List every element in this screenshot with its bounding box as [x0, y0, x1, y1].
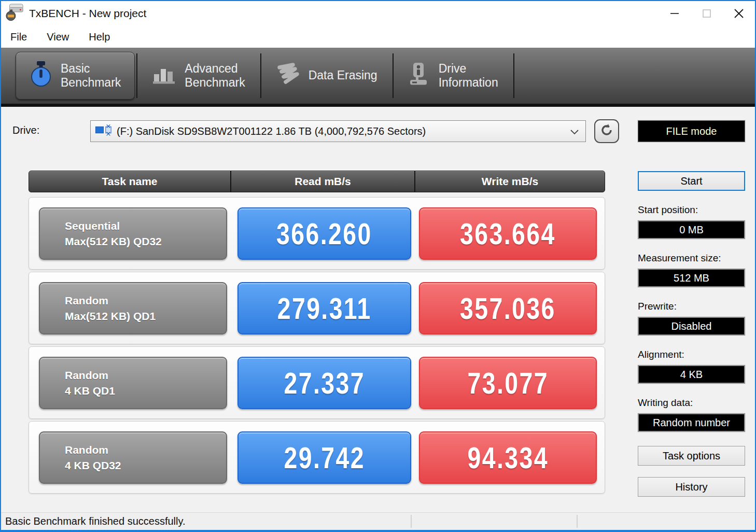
maximize-icon [701, 8, 712, 19]
start-button[interactable]: Start [638, 171, 745, 191]
tab-drive-information[interactable]: DriveInformation [395, 52, 512, 100]
write-value: 363.664 [419, 207, 597, 260]
measurement-size-label: Measurement size: [638, 253, 745, 264]
menu-bar: File View Help [1, 26, 755, 48]
write-value: 73.077 [419, 357, 597, 409]
status-separator [577, 515, 578, 528]
app-window: TxBENCH - New project File View Help [0, 0, 756, 532]
measurement-size-value[interactable]: 512 MB [638, 269, 745, 287]
chevron-down-icon [570, 125, 579, 137]
table-header: Task name Read mB/s Write mB/s [29, 171, 605, 192]
tab-label-line2: Information [439, 76, 498, 89]
window-accent-border [1, 530, 755, 532]
table-row: Random Max(512 KB) QD1 279.311 357.036 [29, 272, 605, 344]
alignment-value[interactable]: 4 KB [638, 365, 745, 384]
column-header-read: Read mB/s [230, 171, 414, 192]
table-row: Sequential Max(512 KB) QD32 366.260 363.… [29, 197, 605, 270]
writing-data-value[interactable]: Random number [638, 413, 745, 432]
minimize-button[interactable] [659, 1, 691, 26]
eraser-squiggle-icon [276, 62, 300, 89]
drive-selected-option: (F:) SanDisk SD9SB8W2T001122 1.86 TB (4,… [117, 125, 426, 137]
read-value: 366.260 [237, 207, 411, 260]
prewrite-label: Prewrite: [638, 301, 745, 312]
file-mode-label: FILE mode [666, 125, 717, 137]
toolbar: BasicBenchmark AdvancedBenchmark Data E [1, 48, 755, 107]
benchmark-table: Task name Read mB/s Write mB/s Sequentia… [29, 171, 605, 496]
write-value: 94.334 [419, 431, 597, 484]
task-label: Sequential Max(512 KB) QD32 [39, 207, 227, 260]
tab-label-line1: Data Erasing [309, 68, 377, 82]
writing-data-label: Writing data: [638, 397, 745, 409]
window-controls [659, 1, 755, 26]
tab-label-line2: Benchmark [61, 76, 121, 89]
close-icon [733, 7, 745, 20]
drive-select[interactable]: (F:) SanDisk SD9SB8W2T001122 1.86 TB (4,… [90, 120, 586, 142]
title-bar: TxBENCH - New project [1, 1, 755, 26]
write-value: 357.036 [419, 282, 597, 334]
tab-label-line1: Advanced [185, 62, 237, 75]
task-label: Random 4 KB QD32 [39, 431, 227, 484]
tab-label-line1: Basic [61, 62, 90, 75]
refresh-drives-button[interactable] [594, 119, 619, 143]
maximize-button[interactable] [691, 1, 723, 26]
tab-basic-benchmark[interactable]: BasicBenchmark [16, 52, 135, 100]
bar-chart-icon [152, 63, 176, 89]
minimize-icon [669, 8, 680, 19]
main-content: Drive: (F:) SanDisk SD9SB8W2T001122 1.86… [1, 107, 755, 512]
task-label: Random 4 KB QD1 [39, 357, 227, 409]
tab-advanced-benchmark[interactable]: AdvancedBenchmark [139, 52, 258, 100]
menu-file[interactable]: File [8, 30, 29, 44]
history-button[interactable]: History [638, 477, 745, 497]
column-header-write: Write mB/s [414, 171, 605, 192]
alignment-label: Alignment: [638, 349, 745, 360]
prewrite-value[interactable]: Disabled [638, 317, 745, 335]
drive-icon [95, 122, 113, 141]
table-row: Random 4 KB QD1 27.337 73.077 [29, 346, 605, 419]
start-position-label: Start position: [638, 204, 745, 216]
toolbar-separator [136, 53, 137, 98]
start-position-value[interactable]: 0 MB [638, 220, 745, 239]
close-button[interactable] [723, 1, 755, 26]
refresh-icon [599, 123, 614, 139]
status-bar: Basic Benchmark finished successfully. [1, 512, 755, 530]
read-value: 27.337 [237, 357, 411, 409]
stopwatch-icon [30, 61, 52, 91]
drive-label: Drive: [12, 124, 39, 136]
menu-help[interactable]: Help [87, 30, 112, 44]
status-separator [411, 515, 412, 528]
status-message: Basic Benchmark finished successfully. [5, 515, 186, 527]
table-row: Random 4 KB QD32 29.742 94.334 [29, 421, 605, 494]
toolbar-separator [393, 53, 394, 98]
tab-label-line1: Drive [439, 62, 467, 75]
menu-view[interactable]: View [45, 30, 71, 44]
toolbar-separator [260, 53, 261, 98]
task-options-button[interactable]: Task options [638, 446, 745, 466]
tab-label-line2: Benchmark [185, 76, 245, 89]
read-value: 29.742 [237, 431, 411, 484]
column-header-task-name: Task name [29, 171, 230, 192]
read-value: 279.311 [237, 282, 411, 334]
window-title: TxBENCH - New project [29, 7, 146, 20]
settings-panel: Start Start position: 0 MB Measurement s… [638, 171, 745, 497]
app-icon [5, 3, 24, 24]
toolbar-separator [513, 53, 514, 98]
tab-data-erasing[interactable]: Data Erasing [263, 52, 391, 100]
file-mode-button[interactable]: FILE mode [638, 120, 745, 142]
task-label: Random Max(512 KB) QD1 [39, 282, 227, 334]
drive-info-icon [409, 62, 430, 90]
